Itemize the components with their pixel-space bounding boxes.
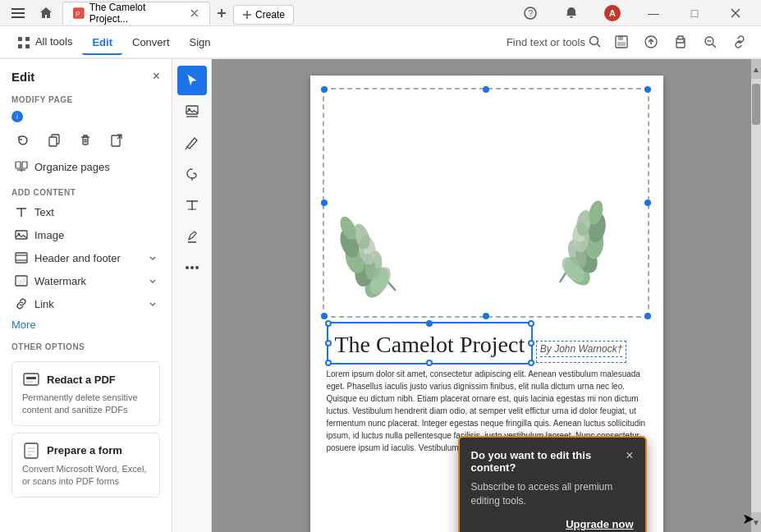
redact-title: Redact a PDF [47,374,116,386]
notification-button[interactable] [552,0,590,26]
svg-rect-23 [617,42,626,46]
modify-icons-row [0,126,172,155]
upgrade-now-button[interactable]: Upgrade now [566,518,633,530]
zoom-button[interactable] [697,29,723,55]
create-button[interactable]: Create [233,5,294,25]
prepare-form-card[interactable]: Prepare a form Convert Microsoft Word, E… [11,433,160,498]
svg-point-80 [350,222,373,251]
svg-point-73 [360,264,393,299]
menu-all-tools[interactable]: All tools [8,30,82,53]
text-item[interactable]: Text [3,200,168,223]
header-footer-item[interactable]: Header and footer [3,246,168,269]
header-footer-label: Header and footer [34,252,121,264]
draw-tool-button[interactable] [177,128,207,158]
panel-header: Edit × [0,59,172,90]
hamburger-menu-button[interactable] [7,2,30,25]
prepare-form-header: Prepare a form [22,442,149,460]
svg-point-19 [590,37,598,45]
canvas-area[interactable]: The Camelot Project By John Warnock† Lor… [212,59,761,532]
menu-edit[interactable]: Edit [82,31,122,55]
redact-card[interactable]: Redact a PDF Permanently delete sensitiv… [11,361,160,426]
popup-title: Do you want to edit this content? [471,449,626,474]
svg-point-87 [572,222,589,252]
prepare-form-title: Prepare a form [47,444,122,456]
extract-button[interactable] [105,129,128,152]
redact-header: Redact a PDF [22,370,149,388]
upload-button[interactable] [638,29,664,55]
svg-rect-61 [186,106,198,114]
tabs-area: P The Camelot Project... Create [62,2,294,25]
svg-rect-0 [11,8,25,10]
svg-point-75 [352,253,378,289]
svg-rect-41 [16,162,21,168]
image-item[interactable]: Image [3,223,168,246]
svg-text:P: P [76,10,80,18]
new-tab-button[interactable] [210,2,233,25]
image-select-tool-button[interactable] [177,97,207,126]
scroll-up-button[interactable]: ▲ [751,59,761,79]
upgrade-popup: Do you want to edit this content? × Subs… [458,436,647,532]
author-line: By John Warnock† [540,343,623,357]
svg-rect-26 [676,43,685,48]
svg-point-90 [586,199,605,226]
redact-desc: Permanently delete sensitive content and… [22,392,149,417]
svg-point-78 [356,234,378,266]
scroll-thumb[interactable] [752,84,760,125]
link-share-button[interactable] [727,29,753,55]
svg-rect-47 [16,231,27,239]
help-button[interactable]: ? [511,0,549,26]
menubar-right: Find text or tools [507,29,753,55]
profile-button[interactable]: A [594,0,631,26]
copy-button[interactable] [43,129,66,152]
save-button[interactable] [608,29,635,55]
text-tool-button[interactable] [177,190,207,220]
link-item[interactable]: Link [3,292,168,315]
menu-sign[interactable]: Sign [180,31,221,53]
svg-rect-58 [27,447,35,449]
maximize-button[interactable]: □ [676,0,713,26]
minimize-button[interactable]: — [635,0,672,26]
image-label: Image [34,229,64,241]
svg-rect-2 [11,16,25,18]
undo-button[interactable] [11,129,34,152]
svg-text:WM: WM [16,276,28,287]
svg-point-70 [186,266,189,269]
organize-pages-item[interactable]: Organize pages [3,155,168,178]
more-link[interactable]: More [0,315,172,337]
more-tools-button[interactable] [177,253,207,282]
canvas-scrollbar[interactable]: ▲ ▼ [751,59,761,532]
select-tool-button[interactable] [177,66,207,95]
svg-point-85 [564,237,589,271]
panel-close-button[interactable]: × [153,69,160,84]
svg-point-72 [195,266,199,269]
page-container: The Camelot Project By John Warnock† Lor… [310,76,663,516]
print-button[interactable] [667,29,694,55]
modify-page-row: i [0,108,172,126]
other-options-area: Redact a PDF Permanently delete sensitiv… [0,355,172,507]
svg-rect-42 [22,162,27,168]
highlight-tool-button[interactable] [177,222,207,251]
menu-convert[interactable]: Convert [122,31,180,53]
svg-rect-17 [18,44,22,48]
svg-rect-1 [11,12,25,14]
svg-rect-22 [618,36,623,40]
delete-button[interactable] [74,129,97,152]
svg-point-76 [363,250,384,282]
popup-header: Do you want to edit this content? × [471,449,634,474]
panel-title: Edit [11,70,34,84]
add-content-label: ADD CONTENT [0,183,172,200]
popup-close-button[interactable]: × [626,449,633,462]
lasso-tool-button[interactable] [177,159,207,189]
svg-rect-55 [26,377,36,379]
close-window-button[interactable] [717,0,754,26]
home-button[interactable] [34,2,57,25]
tab-title: The Camelot Project... [89,2,186,25]
svg-rect-56 [26,381,33,383]
search-bar[interactable]: Find text or tools [507,35,602,48]
watermark-item[interactable]: WM Watermark [3,269,168,292]
svg-point-74 [365,264,394,297]
svg-rect-59 [27,451,35,452]
active-tab[interactable]: P The Camelot Project... [62,2,210,25]
menubar-icons [608,29,753,55]
doc-content: The Camelot Project By John Warnock† Lor… [327,322,647,454]
